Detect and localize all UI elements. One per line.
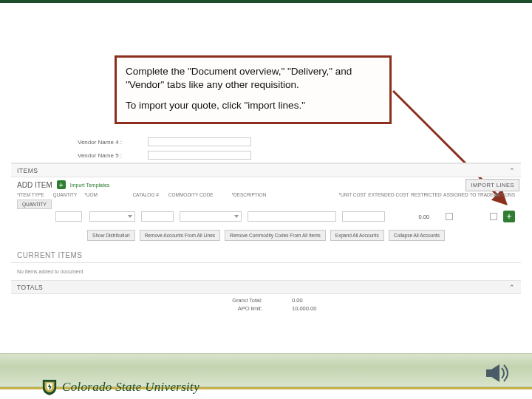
bulk-action-row: Show Distribution Remove Accounts From A… <box>11 225 521 247</box>
totals-panel-header[interactable]: TOTALS ⌃ <box>11 280 521 294</box>
csu-wordmark: Colorado State University <box>62 380 200 395</box>
col-description: *DESCRIPTION <box>231 192 321 197</box>
col-commodity: COMMODITY CODE <box>168 192 232 197</box>
col-restricted: RESTRICTED <box>409 192 444 197</box>
callout-line-1: Complete the "Document overview," "Deliv… <box>126 65 381 92</box>
vendor-name4-input[interactable] <box>148 137 251 146</box>
svg-rect-1 <box>486 369 491 377</box>
extended-cost-value: 0.00 <box>392 214 429 220</box>
item-row: 0.00 + <box>11 211 521 225</box>
svg-marker-2 <box>491 364 499 382</box>
items-panel-header[interactable]: ITEMS ⌃ <box>11 163 521 177</box>
col-catalog: CATALOG # <box>132 192 168 197</box>
app-screenshot-region: Vendor Name 4 : Vendor Name 5 : ITEMS ⌃ … <box>11 136 521 315</box>
unit-cost-input[interactable] <box>342 211 385 222</box>
col-tradein: ASSIGNED TO TRADE-IN <box>443 192 494 197</box>
commodity-select[interactable] <box>180 211 242 222</box>
apo-limit-label: APO limit: <box>11 305 292 312</box>
remove-commodity-button[interactable]: Remove Commodity Codes From All Items <box>225 230 326 241</box>
no-items-text: No items added to document <box>11 266 521 280</box>
add-item-plus-icon[interactable]: + <box>57 180 66 189</box>
vendor-name5-row: Vendor Name 5 : <box>78 149 521 161</box>
restricted-checkbox[interactable] <box>446 213 453 220</box>
collapse-accounts-button[interactable]: Collapse All Accounts <box>389 230 445 241</box>
vendor-name5-label: Vendor Name 5 : <box>78 152 148 159</box>
grand-total-label: Grand Total: <box>11 297 292 304</box>
import-templates-link[interactable]: Import Templates <box>70 183 110 188</box>
grand-total-value: 0.00 <box>292 297 477 304</box>
col-uom: *UOM <box>84 192 132 197</box>
chevron-up-icon: ⌃ <box>509 284 516 291</box>
totals-block: Grand Total: 0.00 APO limit: 10,000.00 <box>11 294 521 315</box>
top-accent-bar <box>0 0 532 3</box>
csu-logo: Colorado State University <box>41 378 200 396</box>
col-actions: ACTIONS <box>494 192 515 197</box>
col-item-type: *ITEM TYPE <box>17 192 52 197</box>
vendor-name4-label: Vendor Name 4 : <box>78 139 148 146</box>
speaker-icon <box>483 362 513 384</box>
expand-accounts-button[interactable]: Expand All Accounts <box>330 230 384 241</box>
items-panel-title: ITEMS <box>17 167 38 174</box>
quantity-badge: QUANTITY <box>17 200 52 209</box>
show-distribution-button[interactable]: Show Distribution <box>87 230 135 241</box>
col-quantity: QUANTITY <box>52 192 84 197</box>
import-lines-button[interactable]: IMPORT LINES <box>466 179 519 191</box>
vendor-name5-input[interactable] <box>148 151 251 160</box>
quantity-input[interactable] <box>55 211 82 222</box>
remove-accounts-button[interactable]: Remove Accounts From All Lines <box>140 230 220 241</box>
vendor-name4-row: Vendor Name 4 : <box>78 136 521 148</box>
catalog-input[interactable] <box>141 211 174 222</box>
add-item-bar: ADD ITEM + Import Templates IMPORT LINES <box>11 177 521 191</box>
items-grid-header: *ITEM TYPE QUANTITY *UOM CATALOG # COMMO… <box>11 191 521 200</box>
current-items-title: CURRENT ITEMS <box>11 247 521 261</box>
description-input[interactable] <box>248 211 336 222</box>
apo-limit-value: 10,000.00 <box>292 305 477 312</box>
instruction-callout: Complete the "Document overview," "Deliv… <box>115 55 392 124</box>
col-extended: EXTENDED COST <box>366 192 409 197</box>
callout-line-2: To import your quote, click "import line… <box>126 99 381 112</box>
col-unit-cost: *UNIT COST <box>321 192 366 197</box>
chevron-up-icon: ⌃ <box>509 167 516 174</box>
add-item-label: ADD ITEM <box>17 181 52 189</box>
totals-title: TOTALS <box>17 284 43 291</box>
tradein-checkbox[interactable] <box>490 213 497 220</box>
uom-select[interactable] <box>89 211 135 222</box>
csu-shield-icon <box>41 378 58 396</box>
add-row-button[interactable]: + <box>503 211 515 222</box>
